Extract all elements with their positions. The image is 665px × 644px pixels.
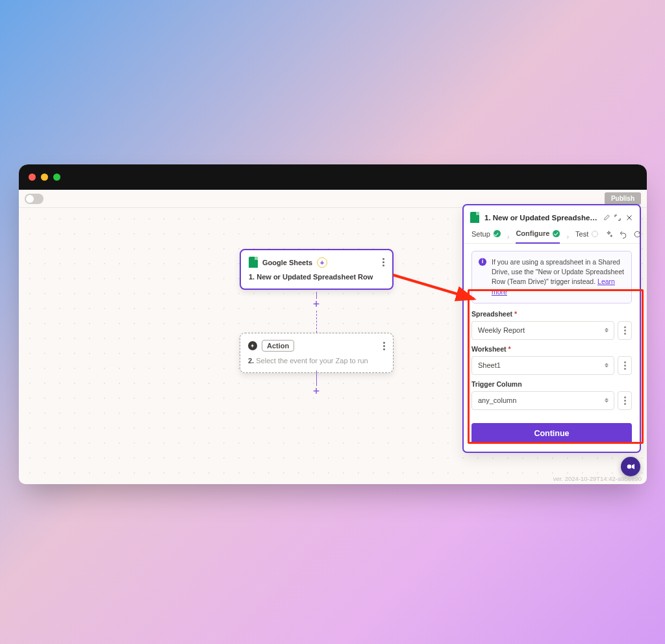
trigger-column-options-button[interactable] — [618, 391, 632, 410]
trigger-step-card[interactable]: Google Sheets + 1. New or Updated Spread… — [240, 249, 394, 290]
google-sheets-icon — [249, 257, 258, 268]
add-step-button[interactable]: + — [311, 386, 321, 396]
connector-line — [316, 370, 317, 386]
version-text: ver. 2024-10-29T14:42-a9bee90 — [553, 475, 642, 482]
action-icon — [248, 341, 257, 350]
info-callout: i If you are using a spreadsheet in a Sh… — [471, 251, 632, 303]
zap-enabled-toggle[interactable] — [25, 194, 44, 204]
undo-icon[interactable] — [619, 230, 627, 238]
panel-tabs: Setup › Configure › Test — [464, 228, 640, 244]
app-window: Publish Google Sheets + 1. New or Update… — [19, 164, 647, 484]
ai-sparkle-icon[interactable] — [605, 230, 613, 238]
refresh-icon[interactable] — [633, 230, 642, 238]
svg-point-1 — [627, 465, 632, 469]
window-minimize-dot[interactable] — [41, 174, 48, 181]
window-zoom-dot[interactable] — [53, 174, 60, 181]
expand-icon[interactable] — [614, 214, 621, 222]
worksheet-select[interactable]: Sheet1 — [471, 356, 614, 375]
trigger-step-title: 1. New or Updated Spreadsheet Row — [249, 273, 384, 281]
connector-line — [316, 311, 317, 333]
tab-setup[interactable]: Setup — [471, 230, 501, 243]
status-circle-icon — [592, 231, 598, 237]
publish-button[interactable]: Publish — [605, 192, 641, 205]
worksheet-label: Worksheet * — [471, 345, 632, 353]
spreadsheet-label: Spreadsheet * — [471, 310, 632, 318]
check-icon — [553, 230, 560, 237]
spreadsheet-options-button[interactable] — [618, 321, 632, 340]
chevron-right-icon: › — [566, 233, 569, 240]
panel-title: 1. New or Updated Spreadsheet Row — [484, 214, 598, 222]
continue-button[interactable]: Continue — [471, 423, 632, 444]
window-titlebar — [19, 164, 647, 190]
action-badge: Action — [262, 340, 294, 352]
trigger-column-label: Trigger Column — [471, 380, 632, 388]
chevron-right-icon: › — [507, 233, 510, 240]
tab-test[interactable]: Test — [575, 230, 598, 243]
step-config-panel: 1. New or Updated Spreadsheet Row Setup … — [462, 204, 641, 453]
editor-canvas[interactable]: Google Sheets + 1. New or Updated Spread… — [19, 208, 647, 484]
trigger-column-select[interactable]: any_column — [471, 391, 614, 410]
record-fab[interactable] — [621, 457, 640, 476]
add-app-icon[interactable]: + — [317, 257, 327, 268]
rename-icon[interactable] — [603, 214, 610, 221]
close-icon[interactable] — [625, 214, 633, 222]
trigger-app-name: Google Sheets — [262, 259, 312, 266]
spreadsheet-select[interactable]: Weekly Report — [471, 321, 614, 340]
action-card-menu[interactable] — [383, 342, 385, 350]
tab-configure[interactable]: Configure — [516, 229, 560, 244]
worksheet-options-button[interactable] — [618, 356, 632, 375]
action-step-title: 2. Select the event for your Zap to run — [248, 357, 385, 365]
google-sheets-icon — [470, 212, 479, 223]
trigger-card-menu[interactable] — [383, 258, 384, 266]
add-step-button[interactable]: + — [311, 299, 321, 309]
window-close-dot[interactable] — [29, 174, 36, 181]
check-icon — [494, 230, 501, 237]
action-step-card[interactable]: Action 2. Select the event for your Zap … — [240, 333, 394, 373]
info-icon: i — [479, 258, 486, 266]
